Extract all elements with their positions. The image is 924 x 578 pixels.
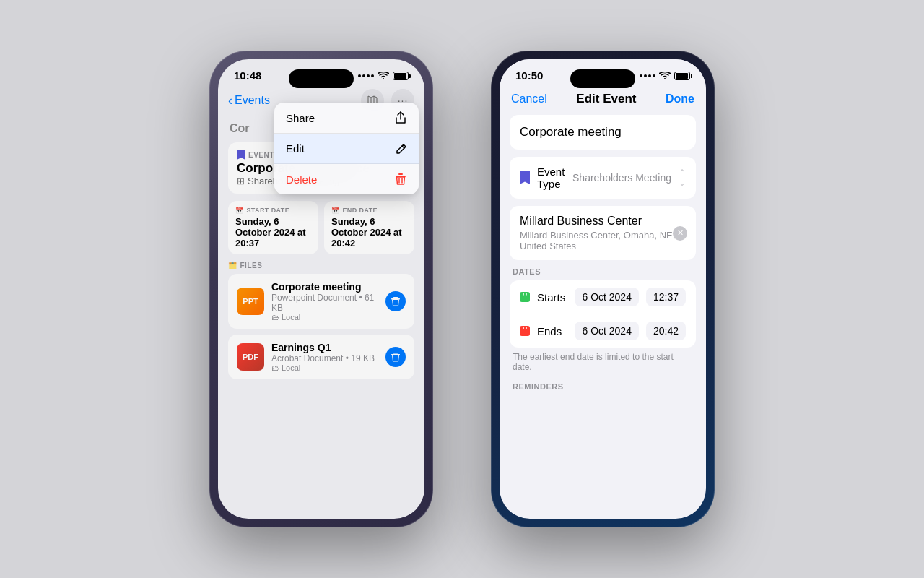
cal-end-icon <box>520 326 530 336</box>
location-name: Millard Business Center <box>520 215 686 228</box>
event-type-label-2: Event Type <box>537 165 565 190</box>
location-field[interactable]: Millard Business Center Millard Business… <box>510 206 696 260</box>
signal-dot-2 <box>648 74 651 77</box>
edit-form-content: Corporate meeting Event Type Shareholder… <box>500 115 706 391</box>
wifi-icon-2 <box>659 72 671 80</box>
edit-event-title: Edit Event <box>576 92 636 106</box>
ends-date-picker[interactable]: 6 Oct 2024 <box>575 322 639 340</box>
delete-label: Delete <box>286 173 317 186</box>
phone-2-screen: 10:50 <box>500 59 706 519</box>
battery-icon-2 <box>674 72 690 80</box>
event-type-value: Shareholders Meeting <box>572 171 671 184</box>
done-button[interactable]: Done <box>666 92 694 105</box>
dates-section-label: DATES <box>510 267 696 276</box>
calendar-start-icon <box>521 293 528 301</box>
share-label: Share <box>286 112 315 124</box>
context-delete-item[interactable]: Delete <box>274 164 419 194</box>
clear-icon: ✕ <box>677 228 684 238</box>
starts-label: Starts <box>537 291 567 303</box>
pencil-icon <box>396 143 407 155</box>
ends-time-picker[interactable]: 20:42 <box>646 322 686 340</box>
event-name-value: Corporate meeting <box>520 125 622 139</box>
edit-label: Edit <box>286 142 305 155</box>
battery-fill-2 <box>676 73 688 79</box>
event-name-field[interactable]: Corporate meeting <box>510 115 696 150</box>
ends-label: Ends <box>537 325 567 337</box>
status-icons-2 <box>640 72 690 80</box>
signal-dot-2 <box>644 74 647 77</box>
svg-rect-8 <box>398 173 403 175</box>
dynamic-island-2 <box>570 69 635 88</box>
location-address: Millard Business Center, Omaha, NE, Unit… <box>520 230 686 251</box>
location-clear-button[interactable]: ✕ <box>673 226 687 241</box>
ends-row: Ends 6 Oct 2024 20:42 <box>510 314 696 348</box>
calendar-end-icon <box>521 327 528 335</box>
event-type-field[interactable]: Event Type Shareholders Meeting ⌃⌄ <box>510 157 696 199</box>
phone-1: 10:48 <box>209 51 433 527</box>
chevron-up-down-icon: ⌃⌄ <box>679 168 686 188</box>
share-icon <box>394 111 407 124</box>
context-share-item[interactable]: Share <box>274 103 419 134</box>
status-time-2: 10:50 <box>515 69 543 82</box>
signal-dot-2 <box>640 74 642 77</box>
signal-dots-2 <box>640 74 655 77</box>
starts-date-picker[interactable]: 6 Oct 2024 <box>575 288 639 306</box>
dynamic-island-1 <box>289 69 354 88</box>
edit-event-header: Cancel Edit Event Done <box>500 85 706 115</box>
bookmark-icon-2 <box>520 171 530 184</box>
starts-row: Starts 6 Oct 2024 12:37 <box>510 280 696 314</box>
trash-delete-icon <box>394 173 407 186</box>
reminders-section-label: REMINDERS <box>510 382 696 391</box>
dates-card: Starts 6 Oct 2024 12:37 <box>510 280 696 348</box>
context-menu: Share Edit Delete <box>274 103 419 194</box>
phone-2: 10:50 <box>491 51 715 527</box>
cancel-button[interactable]: Cancel <box>511 92 547 105</box>
end-date-warning: The earliest end date is limited to the … <box>510 352 696 378</box>
context-edit-item[interactable]: Edit <box>274 134 419 164</box>
cal-start-icon <box>520 292 530 302</box>
svg-rect-18 <box>521 329 528 330</box>
phone-1-screen: 10:48 <box>218 59 424 519</box>
starts-time-picker[interactable]: 12:37 <box>646 288 686 306</box>
signal-dot-2 <box>653 74 655 77</box>
svg-rect-13 <box>521 296 528 296</box>
